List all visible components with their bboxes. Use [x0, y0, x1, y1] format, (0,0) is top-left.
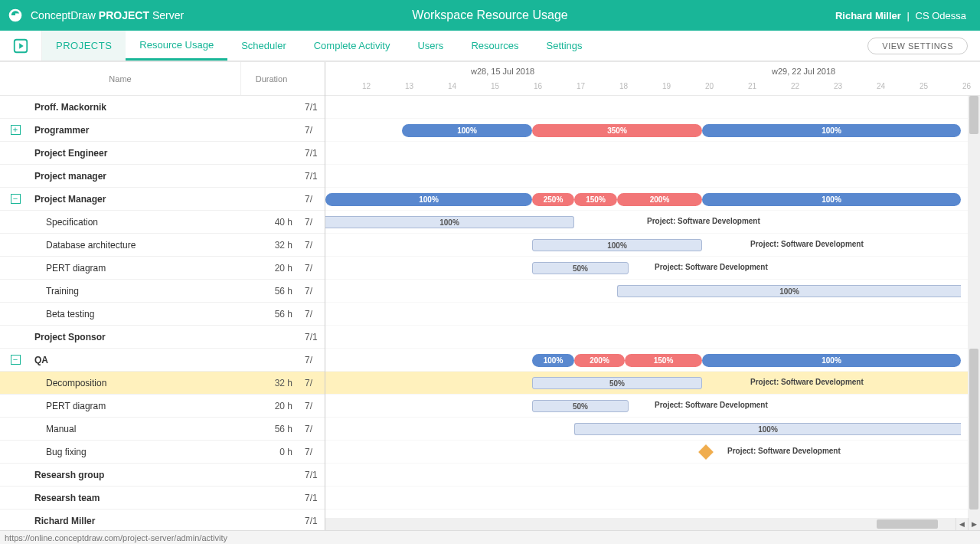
hscroll-thumb[interactable]: [877, 519, 938, 529]
gantt-row[interactable]: 100%200%150%100%: [325, 349, 980, 372]
collapse-icon[interactable]: −: [11, 194, 21, 204]
expand-icon[interactable]: +: [11, 125, 21, 135]
gantt-row[interactable]: 100%Project: Software Development: [325, 211, 980, 234]
row-name: Researsh team: [31, 493, 240, 503]
table-row[interactable]: Project manager7/1: [0, 165, 325, 188]
table-row[interactable]: Beta testing56 h7/: [0, 303, 325, 326]
gantt-row[interactable]: [325, 96, 980, 119]
allocation-bar[interactable]: 100%: [532, 354, 574, 367]
task-bar[interactable]: 50%: [532, 400, 629, 412]
collapse-icon[interactable]: −: [11, 355, 21, 365]
row-name: Beta testing: [31, 309, 240, 320]
view-settings-button[interactable]: VIEW SETTINGS: [867, 38, 968, 54]
table-row[interactable]: PERT diagram20 h7/: [0, 257, 325, 280]
milestone-icon[interactable]: [698, 444, 714, 460]
allocation-bar[interactable]: 100%: [402, 124, 532, 137]
row-extra: 7/: [302, 263, 325, 274]
tab-resource-usage[interactable]: Resource Usage: [126, 31, 227, 61]
row-duration: 20 h: [240, 263, 302, 274]
project-label: Project: Software Development: [655, 263, 768, 271]
col-header-name[interactable]: Name: [0, 74, 240, 84]
gantt-row[interactable]: 100%Project: Software Development: [325, 234, 980, 257]
table-row[interactable]: Database architecture32 h7/: [0, 234, 325, 257]
task-bar[interactable]: 100%: [617, 285, 961, 297]
task-bar[interactable]: 100%: [325, 216, 574, 228]
overload-bar[interactable]: 150%: [574, 193, 617, 206]
gantt-row[interactable]: [325, 487, 980, 510]
project-label: Project: Software Development: [647, 217, 760, 225]
tab-projects[interactable]: PROJECTS: [42, 31, 126, 61]
row-name: Project Sponsor: [31, 332, 240, 342]
gantt-row[interactable]: Project: Software Development: [325, 441, 980, 464]
row-extra: 7/: [302, 447, 325, 457]
timeline-day-label: 23: [834, 82, 842, 90]
app-logo-icon: [0, 0, 31, 31]
overload-bar[interactable]: 250%: [532, 193, 574, 206]
allocation-bar[interactable]: 100%: [702, 354, 961, 367]
row-extra: 7/: [302, 125, 325, 136]
gantt-row[interactable]: 100%350%100%: [325, 119, 980, 142]
tab-complete-activity[interactable]: Complete Activity: [300, 31, 404, 61]
gantt-row[interactable]: [325, 464, 980, 487]
gantt-row[interactable]: 50%Project: Software Development: [325, 395, 980, 418]
horizontal-scrollbar[interactable]: ◀ ▶: [325, 518, 980, 530]
allocation-bar[interactable]: 100%: [325, 193, 532, 206]
overload-bar[interactable]: 200%: [574, 354, 625, 367]
user-sep: |: [907, 10, 910, 21]
row-extra: 7/1: [302, 171, 325, 182]
table-row[interactable]: +Programmer7/: [0, 119, 325, 142]
user-info[interactable]: Richard Miller | CS Odessa: [835, 10, 966, 21]
home-icon[interactable]: [0, 31, 42, 61]
vertical-scrollbar[interactable]: [968, 96, 980, 530]
tab-users[interactable]: Users: [403, 31, 457, 61]
hscroll-right-icon[interactable]: ▶: [968, 518, 980, 530]
table-row[interactable]: −Project Manager7/: [0, 188, 325, 211]
table-row[interactable]: Proff. Mackornik7/1: [0, 96, 325, 119]
tab-resources[interactable]: Resources: [457, 31, 532, 61]
col-header-duration[interactable]: Duration: [240, 62, 302, 95]
gantt-row[interactable]: [325, 142, 980, 165]
vscroll-thumb[interactable]: [969, 349, 978, 510]
project-label: Project: Software Development: [727, 447, 841, 455]
table-row[interactable]: Richard Miller7/1: [0, 510, 325, 530]
table-row[interactable]: PERT diagram20 h7/: [0, 395, 325, 418]
table-row[interactable]: Decomposition32 h7/: [0, 372, 325, 395]
gantt-row[interactable]: 50%Project: Software Development: [325, 372, 980, 395]
gantt-row[interactable]: [325, 303, 980, 326]
timeline-week-label: w29, 22 Jul 2018: [772, 67, 835, 76]
overload-bar[interactable]: 150%: [625, 354, 702, 367]
table-row[interactable]: Researsh group7/1: [0, 464, 325, 487]
tab-settings[interactable]: Settings: [533, 31, 596, 61]
task-bar[interactable]: 50%: [532, 262, 629, 274]
overload-bar[interactable]: 200%: [617, 193, 702, 206]
hscroll-left-icon[interactable]: ◀: [956, 518, 968, 530]
row-extra: 7/: [302, 424, 325, 434]
vscroll-thumb-top[interactable]: [969, 96, 978, 134]
row-name: Decomposition: [31, 378, 240, 388]
table-row[interactable]: Researsh team7/1: [0, 487, 325, 510]
allocation-bar[interactable]: 100%: [702, 193, 961, 206]
overload-bar[interactable]: 350%: [532, 124, 702, 137]
gantt-row[interactable]: 50%Project: Software Development: [325, 257, 980, 280]
table-row[interactable]: Training56 h7/: [0, 280, 325, 303]
allocation-bar[interactable]: 100%: [702, 124, 961, 137]
table-row[interactable]: Specification40 h7/: [0, 211, 325, 234]
gantt-row[interactable]: [325, 165, 980, 188]
gantt-row[interactable]: [325, 326, 980, 349]
table-row[interactable]: Project Engineer7/1: [0, 142, 325, 165]
table-row[interactable]: Project Sponsor7/1: [0, 326, 325, 349]
timeline-day-label: 19: [662, 82, 671, 90]
tab-scheduler[interactable]: Scheduler: [227, 31, 300, 61]
task-bar[interactable]: 100%: [532, 239, 702, 251]
table-row[interactable]: Manual56 h7/: [0, 418, 325, 441]
table-row[interactable]: Bug fixing0 h7/: [0, 441, 325, 464]
task-bar[interactable]: 100%: [574, 423, 961, 435]
gantt-row[interactable]: 100%: [325, 280, 980, 303]
row-name: Bug fixing: [31, 447, 240, 457]
task-bar[interactable]: 50%: [532, 377, 702, 389]
left-header: Name Duration: [0, 62, 325, 96]
gantt-row[interactable]: 100%: [325, 418, 980, 441]
gantt-area[interactable]: 100%350%100%100%250%150%200%100%100%Proj…: [325, 96, 980, 530]
table-row[interactable]: −QA7/: [0, 349, 325, 372]
gantt-row[interactable]: 100%250%150%200%100%: [325, 188, 980, 211]
